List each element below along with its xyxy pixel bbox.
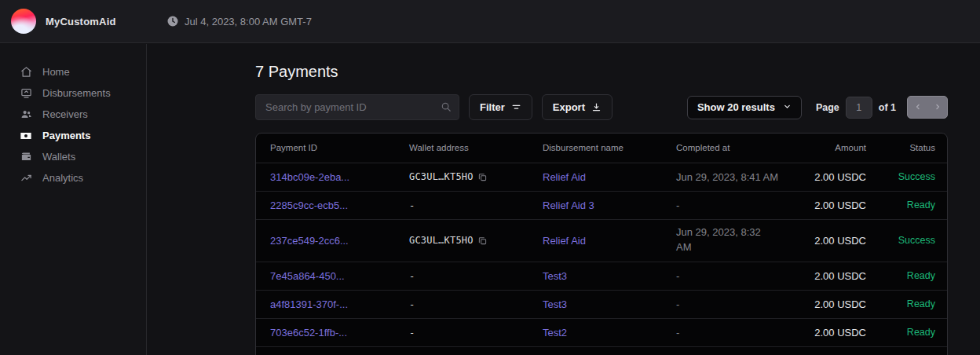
pagination-controls: Show 20 results Page of 1 (687, 96, 948, 119)
wallet-address: - (409, 271, 415, 282)
copy-icon[interactable] (478, 172, 487, 184)
sidebar-item-label: Payments (42, 130, 90, 141)
payment-id-link[interactable]: 237ce549-2cc6... (270, 235, 349, 247)
copy-icon[interactable] (478, 236, 487, 247)
completed-at: - (676, 318, 795, 346)
disbursement-link[interactable]: Test3 (543, 270, 567, 282)
completed-at: - (676, 262, 795, 290)
wallet-address: GC3UL…KT5HO (409, 235, 474, 246)
wallets-icon (20, 151, 32, 163)
status-badge: Success (866, 219, 947, 262)
sidebar-item-wallets[interactable]: Wallets (0, 146, 146, 167)
page-title: 7 Payments (255, 63, 948, 81)
clock-icon (167, 16, 178, 27)
amount: 2.00 USDC (795, 290, 866, 318)
toolbar: Filter Export Show 20 results Page of 1 (255, 94, 948, 120)
column-header-completed-at: Completed at (676, 134, 795, 163)
sidebar-item-label: Receivers (42, 108, 88, 120)
current-datetime: Jul 4, 2023, 8:00 AM GMT-7 (167, 16, 312, 27)
table-row: 703e6c52-1ffb-... - Test2 - 2.00 USDC Re… (256, 318, 947, 346)
payment-id-link[interactable]: 314bc09e-2eba... (270, 171, 349, 183)
completed-at: - (676, 290, 795, 318)
filter-icon (511, 102, 521, 112)
receivers-icon (20, 108, 32, 121)
wallet-address: - (409, 299, 415, 310)
column-header-status: Status (866, 134, 947, 163)
status-badge: Ready (866, 318, 947, 346)
disbursement-link[interactable]: Test3 (543, 298, 567, 310)
completed-at: - (676, 191, 795, 219)
sidebar-item-home[interactable]: Home (0, 61, 146, 82)
sidebar-item-label: Home (42, 66, 70, 78)
amount: 2.00 USDC (795, 219, 866, 262)
status-badge: Success (866, 163, 947, 191)
column-header-payment-id: Payment ID (256, 134, 409, 163)
pager (907, 96, 948, 119)
disbursements-icon (20, 87, 32, 100)
chevron-right-icon (934, 103, 942, 112)
brand-name: MyCustomAid (46, 16, 116, 27)
search-input[interactable] (255, 94, 459, 120)
sidebar-item-label: Wallets (42, 151, 75, 163)
export-button[interactable]: Export (542, 94, 612, 120)
completed-at: Jun 29, 2023, 8:32 AM (676, 225, 769, 255)
amount: 2.00 USDC (795, 318, 866, 346)
disbursement-link[interactable]: Test2 (543, 327, 567, 339)
table-row: 237ce549-2cc6... GC3UL…KT5HO Relief Aid … (256, 219, 947, 262)
sidebar: Home Disbursements Receivers Payments Wa… (0, 44, 147, 355)
sidebar-item-receivers[interactable]: Receivers (0, 104, 146, 125)
column-header-disbursement-name: Disbursement name (543, 134, 676, 163)
page-label: Page (816, 102, 839, 113)
chevron-down-icon (783, 101, 792, 113)
export-button-label: Export (553, 101, 585, 113)
search-icon (441, 101, 452, 115)
column-header-amount: Amount (795, 134, 866, 163)
payment-id-link[interactable]: 7e45a864-450... (270, 270, 345, 282)
main-content: 7 Payments Filter Export Show 20 results (148, 44, 980, 355)
status-badge: Ready (866, 262, 947, 290)
table-row: a4f81391-370f-... - Test3 - 2.00 USDC Re… (256, 290, 947, 318)
sidebar-item-payments[interactable]: Payments (0, 125, 146, 146)
page-number-input[interactable] (846, 97, 872, 119)
brand-logo (11, 9, 36, 34)
payment-id-link[interactable]: a4f81391-370f-... (270, 298, 348, 310)
next-page-button[interactable] (927, 97, 947, 118)
chevron-left-icon (914, 103, 922, 112)
wallet-address: - (409, 328, 415, 339)
analytics-icon (20, 172, 32, 185)
datetime-text: Jul 4, 2023, 8:00 AM GMT-7 (185, 16, 312, 27)
amount: 2.00 USDC (795, 191, 866, 219)
table-row: 314bc09e-2eba... GC3UL…KT5HO Relief Aid … (256, 163, 947, 191)
sidebar-item-analytics[interactable]: Analytics (0, 167, 146, 188)
disbursement-link[interactable]: Relief Aid (543, 171, 586, 183)
status-badge: Ready (866, 191, 947, 219)
results-per-page-select[interactable]: Show 20 results (687, 96, 802, 119)
amount: 2.00 USDC (795, 163, 866, 191)
payments-icon (20, 130, 32, 142)
wallet-address: GC3UL…KT5HO (409, 171, 474, 182)
sidebar-item-label: Disbursements (42, 87, 111, 99)
disbursement-link[interactable]: Relief Aid 3 (543, 199, 594, 211)
payment-id-link[interactable]: 703e6c52-1ffb-... (270, 327, 347, 339)
sidebar-item-disbursements[interactable]: Disbursements (0, 82, 146, 104)
payment-id-link[interactable]: 2285c9cc-ecb5... (270, 199, 348, 211)
topbar: MyCustomAid Jul 4, 2023, 8:00 AM GMT-7 (0, 0, 980, 43)
table-row: 7e45a864-450... - Test3 - 2.00 USDC Read… (256, 262, 947, 290)
payments-table: Payment ID Wallet address Disbursement n… (255, 133, 948, 355)
disbursement-link[interactable]: Relief Aid (543, 235, 586, 247)
table-header-row: Payment ID Wallet address Disbursement n… (256, 134, 947, 163)
page-of-label: of 1 (879, 102, 896, 113)
previous-page-button[interactable] (908, 97, 927, 118)
filter-button[interactable]: Filter (469, 94, 532, 120)
filter-button-label: Filter (480, 101, 505, 113)
completed-at: Jun 29, 2023, 8:41 AM (676, 163, 795, 191)
amount: 2.00 USDC (795, 262, 866, 290)
table-row: 2285c9cc-ecb5... - Relief Aid 3 - 2.00 U… (256, 191, 947, 219)
sidebar-item-label: Analytics (42, 172, 83, 184)
status-badge: Ready (866, 290, 947, 318)
wallet-address: - (409, 200, 415, 211)
table-row (256, 346, 947, 355)
search-box (255, 94, 459, 120)
column-header-wallet-address: Wallet address (409, 134, 543, 163)
results-per-page-value: Show 20 results (697, 101, 775, 113)
